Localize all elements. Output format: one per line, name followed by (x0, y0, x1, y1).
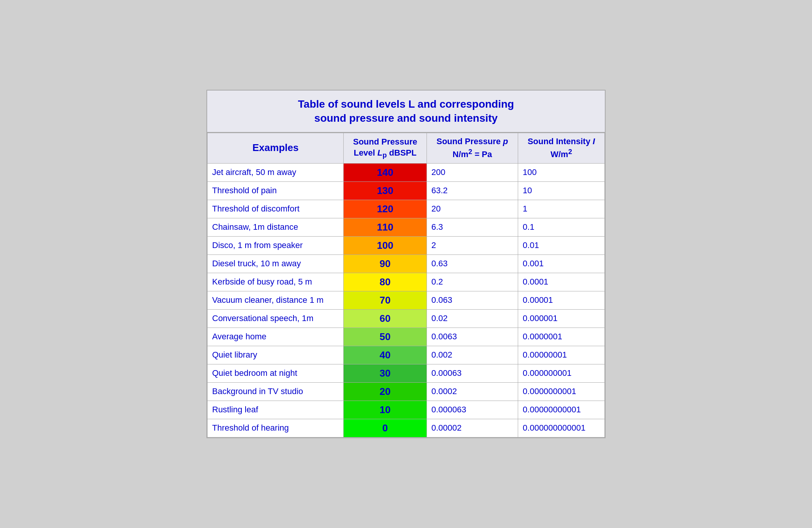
example-cell: Disco, 1 m from speaker (208, 236, 344, 254)
example-cell: Quiet library (208, 346, 344, 364)
level-cell: 130 (344, 181, 427, 200)
table-row: Average home500.00630.0000001 (208, 328, 605, 346)
intensity-cell: 1 (518, 200, 605, 218)
intensity-cell: 0.1 (518, 218, 605, 236)
pressure-cell: 63.2 (427, 181, 518, 200)
table-row: Rustling leaf100.0000630.00000000001 (208, 401, 605, 419)
pressure-cell: 0.063 (427, 291, 518, 309)
pressure-cell: 0.0002 (427, 382, 518, 401)
header-examples: Examples (208, 133, 344, 164)
table-row: Threshold of hearing00.000020.0000000000… (208, 419, 605, 437)
level-cell: 140 (344, 163, 427, 181)
table-row: Quiet bedroom at night300.000630.0000000… (208, 364, 605, 382)
table-row: Background in TV studio200.00020.0000000… (208, 382, 605, 401)
table-row: Vacuum cleaner, distance 1 m700.0630.000… (208, 291, 605, 309)
level-cell: 0 (344, 419, 427, 437)
intensity-cell: 0.000001 (518, 309, 605, 328)
level-cell: 100 (344, 236, 427, 254)
example-cell: Average home (208, 328, 344, 346)
level-cell: 110 (344, 218, 427, 236)
level-cell: 60 (344, 309, 427, 328)
pressure-cell: 0.0063 (427, 328, 518, 346)
intensity-cell: 0.00001 (518, 291, 605, 309)
level-cell: 40 (344, 346, 427, 364)
example-cell: Threshold of discomfort (208, 200, 344, 218)
pressure-cell: 0.000063 (427, 401, 518, 419)
level-cell: 30 (344, 364, 427, 382)
level-cell: 120 (344, 200, 427, 218)
table-row: Chainsaw, 1m distance1106.30.1 (208, 218, 605, 236)
table-row: Conversational speech, 1m600.020.000001 (208, 309, 605, 328)
intensity-cell: 0.01 (518, 236, 605, 254)
example-cell: Threshold of hearing (208, 419, 344, 437)
pressure-cell: 0.00002 (427, 419, 518, 437)
intensity-cell: 0.0000001 (518, 328, 605, 346)
intensity-cell: 0.0001 (518, 273, 605, 291)
intensity-cell: 0.000000000001 (518, 419, 605, 437)
table-title: Table of sound levels L and correspondin… (207, 91, 605, 133)
pressure-cell: 200 (427, 163, 518, 181)
example-cell: Chainsaw, 1m distance (208, 218, 344, 236)
table-row: Threshold of discomfort120201 (208, 200, 605, 218)
example-cell: Conversational speech, 1m (208, 309, 344, 328)
example-cell: Threshold of pain (208, 181, 344, 200)
sound-levels-table: Examples Sound PressureLevel Lp dBSPL So… (207, 133, 605, 437)
example-cell: Kerbside of busy road, 5 m (208, 273, 344, 291)
example-cell: Vacuum cleaner, distance 1 m (208, 291, 344, 309)
pressure-cell: 2 (427, 236, 518, 254)
example-cell: Quiet bedroom at night (208, 364, 344, 382)
level-cell: 20 (344, 382, 427, 401)
table-row: Kerbside of busy road, 5 m800.20.0001 (208, 273, 605, 291)
header-level: Sound PressureLevel Lp dBSPL (344, 133, 427, 164)
intensity-cell: 10 (518, 181, 605, 200)
level-cell: 50 (344, 328, 427, 346)
intensity-cell: 0.001 (518, 254, 605, 273)
pressure-cell: 0.2 (427, 273, 518, 291)
table-row: Quiet library400.0020.00000001 (208, 346, 605, 364)
intensity-cell: 0.00000001 (518, 346, 605, 364)
table-row: Threshold of pain13063.210 (208, 181, 605, 200)
example-cell: Background in TV studio (208, 382, 344, 401)
level-cell: 10 (344, 401, 427, 419)
header-intensity: Sound Intensity IW/m2 (518, 133, 605, 164)
example-cell: Jet aircraft, 50 m away (208, 163, 344, 181)
table-row: Diesel truck, 10 m away900.630.001 (208, 254, 605, 273)
pressure-cell: 20 (427, 200, 518, 218)
table-row: Disco, 1 m from speaker10020.01 (208, 236, 605, 254)
level-cell: 80 (344, 273, 427, 291)
intensity-cell: 0.0000000001 (518, 382, 605, 401)
sound-table-container: Table of sound levels L and correspondin… (206, 90, 606, 438)
pressure-cell: 6.3 (427, 218, 518, 236)
pressure-cell: 0.00063 (427, 364, 518, 382)
intensity-cell: 0.000000001 (518, 364, 605, 382)
level-cell: 90 (344, 254, 427, 273)
pressure-cell: 0.63 (427, 254, 518, 273)
intensity-cell: 0.00000000001 (518, 401, 605, 419)
level-cell: 70 (344, 291, 427, 309)
intensity-cell: 100 (518, 163, 605, 181)
header-pressure: Sound Pressure pN/m2 = Pa (427, 133, 518, 164)
example-cell: Rustling leaf (208, 401, 344, 419)
example-cell: Diesel truck, 10 m away (208, 254, 344, 273)
pressure-cell: 0.002 (427, 346, 518, 364)
table-row: Jet aircraft, 50 m away140200100 (208, 163, 605, 181)
pressure-cell: 0.02 (427, 309, 518, 328)
